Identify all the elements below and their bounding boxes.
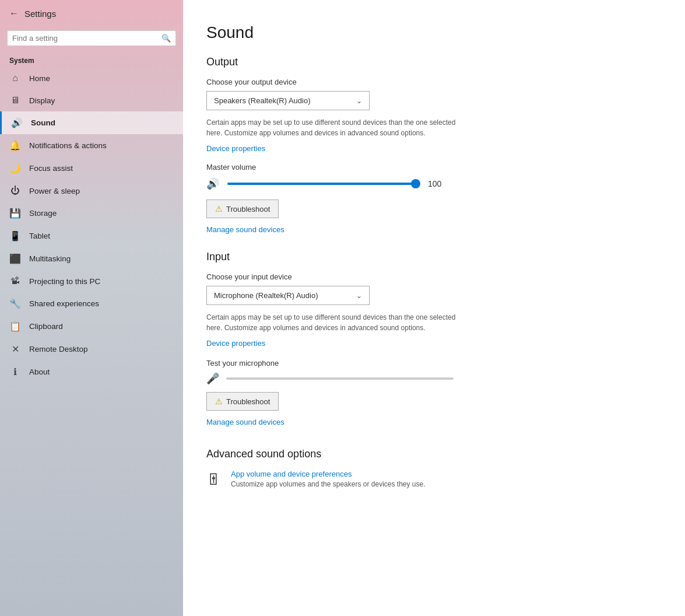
- output-device-dropdown[interactable]: Speakers (Realtek(R) Audio) ⌄: [206, 91, 370, 110]
- mic-bar-row: 🎤: [206, 372, 650, 385]
- page-title: Sound: [206, 23, 650, 42]
- input-heading: Input: [206, 251, 650, 263]
- about-icon: ℹ: [9, 366, 21, 377]
- mic-test-label: Test your microphone: [206, 359, 650, 368]
- sidebar-item-display[interactable]: 🖥 Display: [0, 89, 183, 111]
- sidebar-label-home: Home: [29, 74, 50, 83]
- app-volume-icon: 🎚: [206, 471, 222, 489]
- mic-bar-track: [226, 377, 454, 380]
- notifications-icon: 🔔: [9, 140, 21, 151]
- volume-value: 100: [428, 179, 445, 188]
- shared-icon: 🔧: [9, 298, 21, 309]
- search-icon: 🔍: [161, 34, 171, 43]
- sidebar-item-projecting[interactable]: 📽 Projecting to this PC: [0, 270, 183, 292]
- sidebar-item-storage[interactable]: 💾 Storage: [0, 202, 183, 225]
- sidebar-label-about: About: [29, 368, 50, 376]
- focus-icon: 🌙: [9, 163, 21, 174]
- app-volume-link[interactable]: App volume and device preferences: [231, 470, 426, 478]
- app-volume-desc: Customize app volumes and the speakers o…: [231, 480, 426, 488]
- sidebar-label-multitasking: Multitasking: [29, 254, 71, 263]
- sidebar-label-sound: Sound: [31, 118, 55, 127]
- display-icon: 🖥: [9, 95, 21, 106]
- volume-row: 🔊 100: [206, 177, 650, 190]
- remote-icon: ✕: [9, 344, 21, 355]
- sidebar-item-power[interactable]: ⏻ Power & sleep: [0, 180, 183, 202]
- sidebar-item-clipboard[interactable]: 📋 Clipboard: [0, 315, 183, 338]
- projecting-icon: 📽: [9, 276, 21, 286]
- sidebar-label-projecting: Projecting to this PC: [29, 277, 100, 286]
- output-device-value: Speakers (Realtek(R) Audio): [214, 96, 310, 105]
- advanced-item: 🎚 App volume and device preferences Cust…: [206, 470, 650, 489]
- sidebar-item-multitasking[interactable]: ⬛ Multitasking: [0, 247, 183, 270]
- app-title: Settings: [24, 9, 56, 19]
- sidebar-label-power: Power & sleep: [29, 187, 80, 195]
- mic-test-section: Test your microphone 🎤: [206, 359, 650, 385]
- advanced-heading: Advanced sound options: [206, 448, 650, 460]
- output-troubleshoot-label: Troubleshoot: [226, 205, 270, 214]
- input-device-dropdown[interactable]: Microphone (Realtek(R) Audio) ⌄: [206, 286, 370, 305]
- volume-label: Master volume: [206, 163, 650, 172]
- sidebar-item-tablet[interactable]: 📱 Tablet: [0, 225, 183, 247]
- volume-section: Master volume 🔊 100: [206, 163, 650, 190]
- sidebar-label-display: Display: [29, 96, 55, 105]
- microphone-icon: 🎤: [206, 372, 219, 385]
- sidebar-header: ← Settings: [0, 0, 183, 27]
- chevron-down-icon: ⌄: [356, 97, 362, 105]
- output-device-properties-link[interactable]: Device properties: [206, 144, 265, 153]
- warning-icon-input: ⚠: [215, 397, 223, 406]
- input-troubleshoot-button[interactable]: ⚠ Troubleshoot: [206, 392, 279, 411]
- clipboard-icon: 📋: [9, 321, 21, 332]
- sidebar-item-remote[interactable]: ✕ Remote Desktop: [0, 338, 183, 360]
- advanced-text-block: App volume and device preferences Custom…: [231, 470, 426, 488]
- sidebar-label-remote: Remote Desktop: [29, 345, 88, 354]
- input-section: Input Choose your input device Microphon…: [206, 251, 650, 427]
- input-device-label: Choose your input device: [206, 272, 650, 281]
- storage-icon: 💾: [9, 208, 21, 219]
- search-box[interactable]: 🔍: [7, 30, 176, 46]
- sidebar: ← Settings 🔍 System ⌂ Home 🖥 Display 🔊 S…: [0, 0, 183, 616]
- sidebar-label-clipboard: Clipboard: [29, 322, 63, 331]
- sidebar-item-shared[interactable]: 🔧 Shared experiences: [0, 292, 183, 315]
- sidebar-label-storage: Storage: [29, 209, 57, 218]
- warning-icon: ⚠: [215, 204, 223, 214]
- output-heading: Output: [206, 56, 650, 68]
- output-device-label: Choose your output device: [206, 78, 650, 86]
- sidebar-label-notifications: Notifications & actions: [29, 141, 107, 150]
- volume-slider-fill: [227, 183, 420, 185]
- multitasking-icon: ⬛: [9, 253, 21, 264]
- home-icon: ⌂: [9, 73, 21, 83]
- advanced-section: Advanced sound options 🎚 App volume and …: [206, 448, 650, 489]
- search-input[interactable]: [12, 34, 158, 43]
- volume-speaker-icon: 🔊: [206, 177, 219, 190]
- sound-icon: 🔊: [11, 117, 23, 128]
- sidebar-item-focus[interactable]: 🌙 Focus assist: [0, 157, 183, 180]
- input-info-text: Certain apps may be set up to use differ…: [206, 312, 463, 333]
- output-info-text: Certain apps may be set up to use differ…: [206, 117, 463, 138]
- output-troubleshoot-button[interactable]: ⚠ Troubleshoot: [206, 200, 279, 218]
- sidebar-item-notifications[interactable]: 🔔 Notifications & actions: [0, 134, 183, 157]
- sidebar-label-shared: Shared experiences: [29, 299, 99, 308]
- input-troubleshoot-label: Troubleshoot: [226, 397, 270, 406]
- sidebar-label-tablet: Tablet: [29, 232, 50, 240]
- back-button[interactable]: ←: [9, 8, 19, 19]
- input-device-value: Microphone (Realtek(R) Audio): [214, 291, 318, 300]
- sidebar-label-focus: Focus assist: [29, 164, 73, 173]
- volume-slider-thumb[interactable]: [411, 179, 420, 188]
- sidebar-item-about[interactable]: ℹ About: [0, 360, 183, 383]
- volume-slider-track[interactable]: [227, 183, 420, 185]
- sidebar-item-home[interactable]: ⌂ Home: [0, 67, 183, 89]
- tablet-icon: 📱: [9, 230, 21, 242]
- section-label: System: [0, 52, 183, 67]
- sidebar-item-sound[interactable]: 🔊 Sound: [0, 111, 183, 134]
- input-device-properties-link[interactable]: Device properties: [206, 339, 265, 348]
- output-manage-link[interactable]: Manage sound devices: [206, 225, 284, 234]
- input-manage-link[interactable]: Manage sound devices: [206, 418, 284, 426]
- chevron-down-icon-input: ⌄: [356, 292, 362, 300]
- power-icon: ⏻: [9, 186, 21, 196]
- main-content: Sound Output Choose your output device S…: [183, 0, 685, 616]
